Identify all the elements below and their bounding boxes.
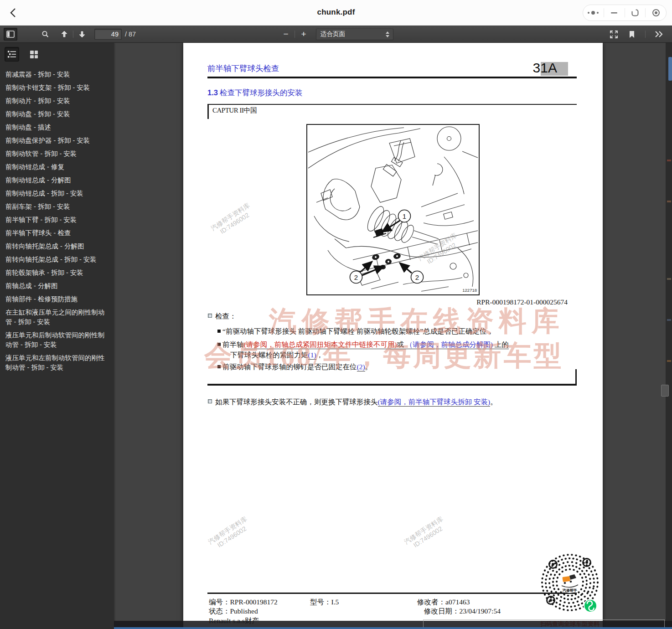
check-item-2-line2-text: 下臂球头螺栓的紧固力矩: [230, 351, 308, 359]
window-bottom-edge: [114, 627, 672, 629]
outline-item[interactable]: 前转向轴托架总成 - 拆卸 - 安装: [0, 253, 114, 266]
outline-item[interactable]: 前轴部件 - 检修预防措施: [0, 293, 114, 306]
scrollbar-handle[interactable]: [661, 385, 669, 397]
outline-item[interactable]: 前副车架 - 拆卸 - 安装: [0, 200, 114, 213]
scroll-mark: [667, 360, 671, 362]
zoom-out-button[interactable]: −: [279, 29, 293, 39]
footer-doc-number: 编号：RPR-000198172: [209, 598, 278, 607]
scroll-mark: [667, 319, 671, 321]
fullscreen-icon: [610, 30, 618, 39]
document-title: chunk.pdf: [0, 8, 672, 17]
outline-item[interactable]: 前制动盘 - 描述: [0, 121, 114, 134]
outline-item[interactable]: 液压单元和左前制动软管间的刚性制动管 - 拆卸 - 安装: [0, 351, 114, 374]
stamp-id: ID:7496002: [395, 514, 460, 560]
footer-date: 修改日期：23/04/1907:54: [424, 607, 501, 616]
outline-list-icon: [7, 50, 16, 58]
editor-label: 修改者：: [417, 598, 445, 606]
arrow-down-icon: [78, 30, 87, 38]
exploded-view-link[interactable]: （请参阅，前轴总成分解图): [406, 340, 493, 348]
pdf-toolbar: / 87 − + 适合页面: [0, 26, 672, 43]
more-menu-button[interactable]: [583, 5, 604, 21]
suspension-diagram: 1 2 2 122718: [307, 125, 479, 294]
check-item-3: 前驱动轴下臂球形轴的铆钉是否已固定在位(2)。: [222, 361, 372, 372]
content-bracket-top-tick: [207, 104, 209, 119]
outline-item[interactable]: 前转向轴托架总成 - 分解图: [0, 240, 114, 253]
close-button[interactable]: [646, 5, 666, 21]
fullscreen-button[interactable]: [607, 28, 620, 41]
window-titlebar: chunk.pdf: [0, 0, 672, 26]
thumbnails-grid-icon: [30, 50, 38, 59]
outline-item[interactable]: 前制动卡钳支架 - 拆卸 - 安装: [0, 81, 114, 94]
content-bracket-bottom: [207, 384, 577, 386]
callout-1-link[interactable]: (1): [308, 351, 316, 360]
square-bullet-icon: [217, 343, 221, 346]
figure-callout-1: 1: [403, 212, 406, 220]
double-chevron-right-icon: [654, 31, 663, 38]
outline-item[interactable]: 前轮毂架轴承 - 拆卸 - 安装: [0, 266, 114, 279]
id-stamp: 汽修帮手资料库 ID:7496002: [195, 507, 265, 560]
outline-item[interactable]: 前半轴下臂球头 - 检查: [0, 227, 114, 240]
stamp-id: ID:7496002: [202, 200, 267, 246]
toggle-sidebar-button[interactable]: [4, 28, 17, 41]
thumbnails-view-button[interactable]: [26, 47, 41, 62]
bookmark-button[interactable]: [625, 28, 639, 41]
torque-link-unavailable[interactable]: (请参阅，前轴总成紧固扭矩本文件中链接不可用): [244, 340, 397, 349]
zoom-level-select[interactable]: 适合页面: [316, 29, 393, 40]
removal-refitting-link[interactable]: (请参阅，前半轴下臂球头拆卸 安装): [378, 398, 491, 407]
callout-2-link[interactable]: (2): [357, 363, 365, 371]
restore-button[interactable]: [625, 5, 646, 21]
zoom-in-button[interactable]: +: [297, 29, 310, 39]
square-bullet-icon: [208, 314, 212, 318]
outline-item[interactable]: 前制动钳总成 - 拆卸 - 安装: [0, 187, 114, 200]
divider: [73, 31, 73, 38]
pdf-viewer-window: chunk.pdf: [0, 0, 672, 629]
minimize-button[interactable]: [604, 5, 625, 21]
outline-item[interactable]: 前减震器 - 拆卸 - 安装: [0, 68, 114, 81]
outline-item[interactable]: 前半轴下臂 - 拆卸 - 安装: [0, 213, 114, 227]
arrow-up-icon: [60, 30, 69, 38]
outline-item[interactable]: 在主缸和液压单元之间的刚性制动管 - 拆卸 - 安装: [0, 306, 114, 329]
scroll-mark: [667, 160, 671, 161]
replacement-note: 如果下臂球形接头安装不正确，则更换下臂球形接头(请参阅，前半轴下臂球头拆卸 安装…: [215, 397, 580, 407]
document-outline: 前减震器 - 拆卸 - 安装 前制动卡钳支架 - 拆卸 - 安装 前制动片 - …: [0, 65, 114, 374]
check-item-1: “前驱动轴下臂球形接头 前驱动轴下臂螺栓 前驱动轴轮毂架螺栓”总成是否已正确定位…: [222, 326, 574, 336]
scrollbar-thumb[interactable]: [668, 57, 672, 81]
or-text: 或: [397, 340, 405, 348]
search-button[interactable]: [38, 28, 52, 41]
outline-item[interactable]: 前制动钳总成 - 修复: [0, 160, 114, 174]
circle-dot-icon: [652, 9, 660, 17]
editor-value: a071463: [445, 598, 470, 606]
stamp-name: 汽修帮手资料库: [391, 507, 456, 553]
outline-item[interactable]: 液压单元和后制动软管间的刚性制动管 - 拆卸 - 安装: [0, 329, 114, 351]
divider: [645, 31, 646, 38]
footer-editor: 修改者：a071463: [417, 598, 470, 607]
outline-item[interactable]: 前制动盘保护器 - 拆卸 - 安装: [0, 134, 114, 147]
model-value: I.5: [331, 598, 339, 606]
vehicle-model-tag: CAPTUR II中国: [212, 106, 257, 115]
outline-view-button[interactable]: [5, 47, 19, 62]
outline-item[interactable]: 前轴总成 - 分解图: [0, 279, 114, 293]
minimize-icon: [610, 9, 618, 16]
header-rule: [207, 77, 577, 78]
bottom-outline-box: [423, 619, 665, 628]
next-page-button[interactable]: [75, 28, 89, 41]
date-label: 修改日期：: [424, 607, 460, 615]
outline-item[interactable]: 前制动盘 - 拆卸 - 安装: [0, 108, 114, 121]
page-number-input[interactable]: [94, 29, 122, 40]
pdf-viewer-canvas: 前半轴下臂球头检查 31A 1.3 检查下臂球形接头的安装 CAPTUR II中…: [114, 43, 672, 629]
page-heading: 前半轴下臂球头检查: [207, 63, 279, 74]
check-item-2-tail: ，: [316, 351, 324, 359]
select-arrows-icon: [382, 31, 389, 37]
scroll-mark: [667, 201, 671, 202]
previous-page-button[interactable]: [57, 28, 71, 41]
more-tools-button[interactable]: [652, 28, 666, 41]
square-bullet-icon: [217, 365, 221, 368]
check-item-3-text: 前驱动轴下臂球形轴的铆钉是否已固定在位: [222, 363, 357, 371]
outline-item[interactable]: 前制动片 - 拆卸 - 安装: [0, 94, 114, 108]
subsection-heading: 1.3 检查下臂球形接头的安装: [207, 88, 303, 98]
scrollbar-track[interactable]: [666, 43, 672, 629]
check-item-2-line1: 前半轴(请参阅，前轴总成紧固扭矩本文件中链接不可用)或 （请参阅，前轴总成分解图…: [222, 339, 583, 350]
outline-item[interactable]: 前制动软管 - 拆卸 - 安装: [0, 147, 114, 160]
qr-code-block: 汽修帮手 扫码查询全球车型资料 仅需168/年，每周更新: [536, 550, 604, 629]
outline-item[interactable]: 前制动钳总成 - 分解图: [0, 174, 114, 187]
